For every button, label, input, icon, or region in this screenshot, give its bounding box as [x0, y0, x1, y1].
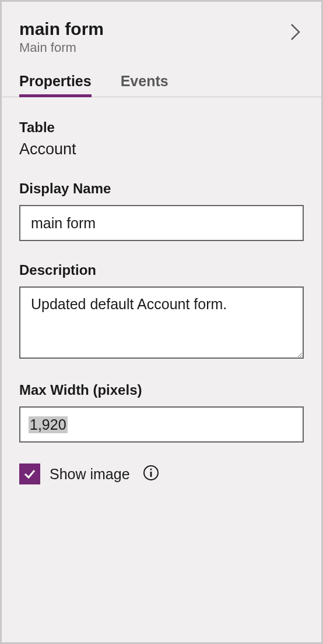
display-name-input[interactable] [19, 205, 304, 241]
svg-point-1 [150, 468, 152, 470]
properties-panel: main form Main form Properties Events Ta… [0, 0, 323, 644]
panel-content: Table Account Display Name Description M… [2, 97, 321, 502]
panel-header: main form Main form [2, 2, 321, 55]
svg-rect-2 [150, 472, 152, 477]
table-label: Table [19, 119, 304, 136]
description-input[interactable] [19, 286, 304, 359]
display-name-label: Display Name [19, 181, 304, 197]
info-icon[interactable] [143, 465, 159, 483]
check-icon [23, 467, 37, 481]
show-image-row: Show image [19, 463, 304, 484]
show-image-label: Show image [50, 466, 130, 483]
panel-subtitle: Main form [19, 40, 304, 55]
max-width-value: 1,920 [29, 416, 68, 433]
tab-properties[interactable]: Properties [19, 73, 92, 97]
max-width-label: Max Width (pixels) [19, 382, 304, 398]
tab-bar: Properties Events [2, 55, 321, 97]
max-width-input[interactable]: 1,920 [19, 406, 304, 443]
show-image-checkbox[interactable] [19, 463, 40, 484]
table-value: Account [19, 140, 304, 158]
description-label: Description [19, 262, 304, 278]
panel-title: main form [19, 19, 304, 39]
tab-events[interactable]: Events [121, 73, 168, 97]
chevron-right-icon[interactable] [290, 23, 301, 44]
